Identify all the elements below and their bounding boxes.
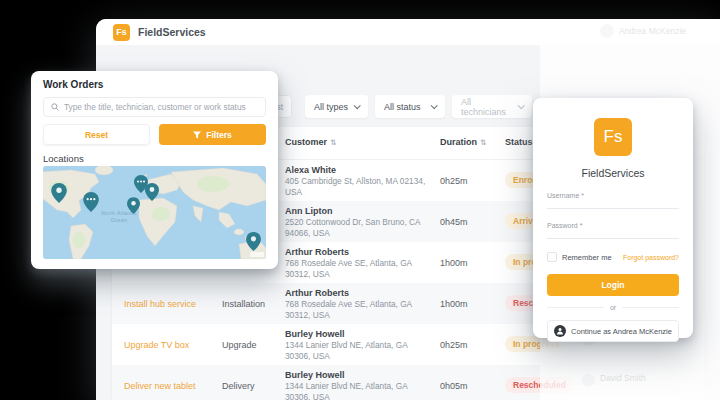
- dropdown-label: All status: [384, 102, 421, 112]
- work-order-title-link[interactable]: Upgrade TV box: [124, 340, 189, 350]
- filter-all-types-dropdown[interactable]: All types: [305, 95, 368, 118]
- reset-button[interactable]: Reset: [43, 124, 150, 145]
- work-order-title-link[interactable]: Deliver new tablet: [124, 381, 196, 391]
- work-order-type: Upgrade: [222, 340, 257, 350]
- login-modal: Fs FieldServices Username * Password * R…: [533, 98, 693, 338]
- customer-name: Arthur Roberts: [285, 288, 430, 299]
- search-input[interactable]: Type the title, technician, customer or …: [43, 97, 266, 117]
- sort-icon[interactable]: ⇅: [480, 138, 486, 147]
- forgot-password-link[interactable]: Forgot password?: [623, 254, 679, 261]
- customer-name: Burley Howell: [285, 370, 430, 381]
- column-header-customer[interactable]: Customer⇅: [285, 137, 336, 147]
- header-user[interactable]: Andrea McKenzie: [600, 24, 686, 38]
- login-button[interactable]: Login: [547, 274, 679, 296]
- filters-button[interactable]: Filters: [159, 124, 266, 145]
- customer-name: Burley Howell: [285, 329, 430, 340]
- chevron-down-icon: [518, 102, 525, 109]
- login-logo-icon: Fs: [594, 118, 632, 156]
- login-divider: or: [547, 304, 679, 311]
- divider-label: or: [610, 304, 616, 311]
- remember-me-checkbox[interactable]: [547, 252, 557, 262]
- work-orders-panel: Work Orders Type the title, technician, …: [31, 71, 278, 269]
- password-field[interactable]: [547, 238, 679, 239]
- duration-value: 1h00m: [440, 258, 468, 268]
- customer-address: 2520 Cottonwood Dr, San Bruno, CA 94066,…: [285, 217, 430, 238]
- username-field[interactable]: [547, 208, 679, 209]
- filter-icon: [193, 131, 201, 139]
- work-order-type: Delivery: [222, 381, 255, 391]
- sort-icon[interactable]: ⇅: [330, 138, 336, 147]
- work-order-title-link[interactable]: Install hub service: [124, 299, 196, 309]
- chevron-down-icon: [431, 102, 438, 109]
- status-badge: Rescheduled: [505, 377, 574, 393]
- login-brand: FieldServices: [547, 167, 679, 179]
- app-logo-icon: Fs: [113, 24, 130, 41]
- column-header-duration[interactable]: Duration⇅: [440, 137, 486, 147]
- filter-all-status-dropdown[interactable]: All status: [375, 95, 445, 118]
- customer-address: 1344 Lanier Blvd NE, Atlanta, GA 30306, …: [285, 381, 430, 400]
- technician-name: David Smith: [600, 373, 646, 384]
- continue-as-button[interactable]: Continue as Andrea McKenzie: [547, 320, 679, 342]
- map-pin-icon[interactable]: [51, 183, 67, 203]
- column-header-status: Status: [505, 137, 533, 147]
- avatar: [600, 24, 614, 38]
- duration-value: 0h05m: [440, 381, 468, 391]
- app-title: FieldServices: [138, 26, 206, 38]
- work-order-type: Installation: [222, 299, 265, 309]
- customer-name: Alexa White: [285, 165, 430, 176]
- dropdown-label: All types: [314, 102, 348, 112]
- password-label: Password *: [547, 222, 679, 229]
- username-label: Username *: [547, 192, 679, 199]
- filter-all-technicians-dropdown[interactable]: All technicians: [452, 95, 532, 118]
- world-map: [43, 166, 266, 259]
- customer-address: 768 Rosedale Ave SE, Atlanta, GA 30312, …: [285, 258, 430, 279]
- search-placeholder: Type the title, technician, customer or …: [64, 102, 246, 112]
- map-pin-icon[interactable]: [127, 197, 140, 214]
- map-pin-icon[interactable]: [246, 232, 261, 251]
- header-user-name: Andrea McKenzie: [619, 26, 686, 36]
- customer-address: 1344 Lanier Blvd NE, Atlanta, GA 30306, …: [285, 340, 430, 361]
- search-icon: [51, 103, 59, 111]
- customer-name: Ann Lipton: [285, 206, 430, 217]
- duration-value: 0h45m: [440, 217, 468, 227]
- locations-label: Locations: [43, 153, 84, 164]
- avatar: [582, 374, 595, 387]
- panel-title: Work Orders: [43, 79, 103, 90]
- duration-value: 0h25m: [440, 176, 468, 186]
- map-pin-icon[interactable]: [145, 183, 159, 201]
- remember-me-label: Remember me: [562, 253, 612, 262]
- duration-value: 1h00m: [440, 299, 468, 309]
- table-row[interactable]: Deliver new tabletDeliveryBurley Howell1…: [112, 365, 704, 400]
- filters-button-label: Filters: [206, 130, 232, 140]
- app-header: Fs FieldServices Andrea McKenzie: [96, 19, 720, 45]
- customer-address: 405 Cambridge St, Allston, MA 02134, USA: [285, 176, 430, 197]
- map-pin-icon[interactable]: [83, 192, 99, 212]
- customer-name: Arthur Roberts: [285, 247, 430, 258]
- map-attribution: [250, 252, 264, 257]
- duration-value: 0h25m: [440, 340, 468, 350]
- locations-map[interactable]: North Atlantic Ocean: [43, 166, 266, 259]
- chevron-down-icon: [354, 102, 361, 109]
- dropdown-label: All technicians: [461, 97, 518, 117]
- technician-cell: David Smith: [582, 373, 652, 387]
- person-icon: [554, 325, 566, 337]
- customer-address: 768 Rosedale Ave SE, Atlanta, GA 30312, …: [285, 299, 430, 320]
- continue-as-label: Continue as Andrea McKenzie: [571, 327, 672, 336]
